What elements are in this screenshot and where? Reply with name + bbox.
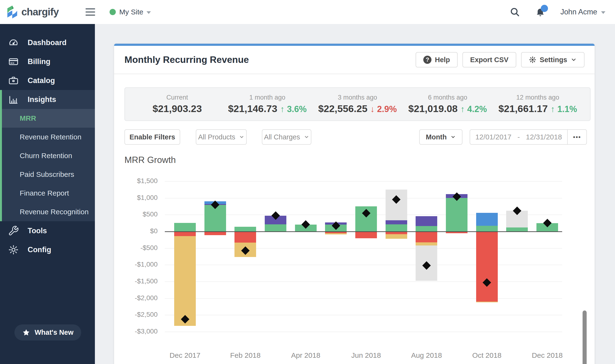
bar-segment-green-mar-2018[interactable] <box>265 224 286 231</box>
user-name: John Acme <box>560 8 597 16</box>
y-axis-tick-label: -$500 <box>119 244 158 252</box>
star-icon <box>22 328 30 337</box>
gridline <box>165 298 562 299</box>
search-icon[interactable] <box>509 7 520 17</box>
whats-new-button[interactable]: What's New <box>14 325 81 340</box>
card-header: Monthly Recurring Revenue ? Help Export … <box>114 46 595 74</box>
sidebar-subitem-revenue-recognition[interactable]: Revenue Recognition <box>2 203 95 221</box>
products-filter-dropdown[interactable]: All Products <box>196 129 247 145</box>
bar-segment-red-feb-2018[interactable] <box>234 231 256 243</box>
chevron-down-icon <box>239 134 244 140</box>
gridline <box>165 315 562 315</box>
sidebar-subitem-mrr[interactable]: MRR <box>2 109 95 128</box>
vertical-scrollbar[interactable] <box>583 311 587 364</box>
date-range-more-button[interactable]: ••• <box>567 130 587 144</box>
stat-3-months-ago: 3 months ago$22,556.25↓ 2.9% <box>312 94 402 115</box>
sidebar-item-billing[interactable]: Billing <box>0 52 95 71</box>
stat-label: 12 months ago <box>493 94 583 101</box>
bar-segment-gray-jul-2018[interactable] <box>386 190 407 220</box>
sidebar-item-config[interactable]: Config <box>0 240 95 259</box>
bar-segment-purple-jul-2018[interactable] <box>386 220 407 224</box>
bar-segment-yellow-jul-2018[interactable] <box>386 234 407 239</box>
date-range-input[interactable]: 12/01/2017 - 12/31/2018 <box>470 133 567 141</box>
bar-chart-icon <box>8 94 19 105</box>
notifications-bell-icon[interactable] <box>535 7 546 17</box>
gridline <box>165 181 562 182</box>
site-status-dot-icon <box>109 9 116 15</box>
chevron-down-icon <box>304 134 309 140</box>
sidebar-subitem-revenue-retention[interactable]: Revenue Retention <box>2 128 95 146</box>
enable-filters-button[interactable]: Enable Filters <box>124 129 180 145</box>
help-button[interactable]: ? Help <box>416 52 458 67</box>
bar-segment-yellow-oct-2018[interactable] <box>476 302 498 302</box>
charges-filter-dropdown[interactable]: All Charges <box>262 129 311 145</box>
gridline <box>165 332 562 332</box>
sidebar-item-label: Billing <box>28 57 50 66</box>
enable-filters-label: Enable Filters <box>129 133 175 141</box>
sidebar-subitem-finance-report[interactable]: Finance Report <box>2 184 95 203</box>
bar-segment-purple-aug-2018[interactable] <box>416 216 437 226</box>
site-switcher[interactable]: My Site <box>109 8 151 16</box>
notification-badge <box>541 5 548 12</box>
x-axis-tick-label: Aug 2018 <box>400 351 453 359</box>
bar-segment-red-aug-2018[interactable] <box>416 231 437 242</box>
sidebar-item-dashboard[interactable]: Dashboard <box>0 33 95 52</box>
bar-segment-yellow-may-2018[interactable] <box>325 233 347 234</box>
site-name: My Site <box>119 8 143 16</box>
stat-current: Current$21,903.23 <box>132 94 222 115</box>
sidebar-item-label: Dashboard <box>28 39 67 47</box>
x-axis-tick-label: Feb 2018 <box>219 351 272 359</box>
date-start: 12/01/2017 <box>475 133 511 141</box>
y-axis-tick-label: $500 <box>119 210 158 218</box>
interval-label: Month <box>426 133 447 141</box>
bar-segment-green-feb-2018[interactable] <box>234 227 256 231</box>
settings-button[interactable]: Settings <box>521 52 585 67</box>
gridline <box>165 281 562 282</box>
bar-segment-yellow-aug-2018[interactable] <box>416 242 437 246</box>
hamburger-menu-icon[interactable] <box>85 8 95 16</box>
user-menu[interactable]: John Acme <box>560 8 605 16</box>
sidebar-subitem-paid-subscribers[interactable]: Paid Subscribers <box>2 165 95 184</box>
export-csv-button[interactable]: Export CSV <box>463 52 516 67</box>
bar-segment-yellow-dec-2017[interactable] <box>174 236 196 326</box>
products-filter-label: All Products <box>198 133 235 141</box>
sidebar-nav: DashboardBillingCatalogInsightsMRRRevenu… <box>0 24 95 364</box>
mrr-report-card: Monthly Recurring Revenue ? Help Export … <box>114 44 595 364</box>
bar-segment-red-jun-2018[interactable] <box>355 231 377 238</box>
date-separator: - <box>518 133 520 141</box>
help-label: Help <box>435 56 450 64</box>
bar-segment-green-dec-2017[interactable] <box>174 223 196 231</box>
stat-delta: ↑ 3.6% <box>280 104 307 114</box>
interval-dropdown[interactable]: Month <box>419 129 463 145</box>
page-title: Monthly Recurring Revenue <box>124 54 249 65</box>
stat-delta: ↑ 4.2% <box>461 104 487 114</box>
gridline <box>165 248 562 248</box>
chevron-down-icon <box>601 11 605 14</box>
bar-segment-green-aug-2018[interactable] <box>416 226 437 231</box>
x-axis-tick-label: Dec 2018 <box>521 351 574 359</box>
stat-label: Current <box>132 94 222 101</box>
bar-segment-green-jul-2018[interactable] <box>386 224 407 231</box>
help-icon: ? <box>423 56 431 64</box>
charges-filter-label: All Charges <box>264 133 300 141</box>
sidebar-item-tools[interactable]: Tools <box>0 221 95 240</box>
y-axis-tick-label: -$1,000 <box>119 260 158 268</box>
bar-segment-blue-oct-2018[interactable] <box>476 213 498 226</box>
bar-segment-green-sep-2018[interactable] <box>446 198 467 231</box>
sidebar-item-insights[interactable]: Insights <box>2 90 95 109</box>
stat-delta: ↑ 1.1% <box>551 104 577 114</box>
chargify-logo[interactable]: chargify <box>6 5 59 19</box>
sidebar-subitem-churn-retention[interactable]: Churn Retention <box>2 146 95 165</box>
gridline <box>165 265 562 265</box>
stat-value: $21,661.17 <box>498 103 548 114</box>
bar-segment-red-oct-2018[interactable] <box>476 231 498 302</box>
filter-toolbar: Enable Filters All Products All Charges … <box>114 129 595 145</box>
chevron-down-icon <box>571 57 577 63</box>
bar-segment-green-oct-2018[interactable] <box>476 226 498 231</box>
sidebar-item-catalog[interactable]: Catalog <box>0 71 95 90</box>
bar-segment-green-nov-2018[interactable] <box>506 227 528 231</box>
main-content: Monthly Recurring Revenue ? Help Export … <box>95 24 615 364</box>
y-axis-tick-label: $1,500 <box>119 177 158 185</box>
sidebar-section-insights: InsightsMRRRevenue RetentionChurn Retent… <box>0 90 95 221</box>
stat-label: 6 months ago <box>403 94 493 101</box>
